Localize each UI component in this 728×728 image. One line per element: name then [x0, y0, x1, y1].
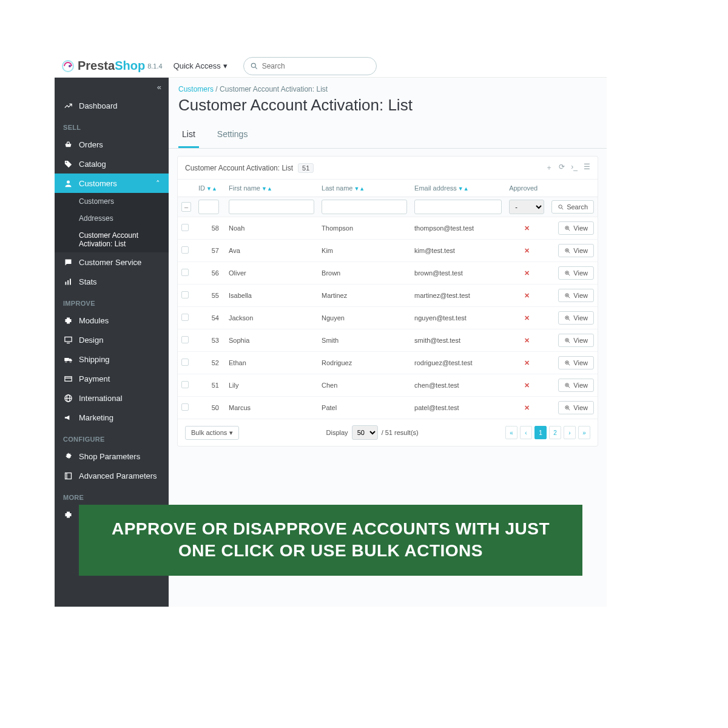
bars-icon: [63, 277, 73, 286]
prestashop-icon: [61, 59, 75, 73]
page-‹[interactable]: ‹: [520, 426, 532, 439]
add-icon[interactable]: ＋: [545, 163, 553, 173]
view-button[interactable]: View: [558, 221, 594, 235]
col-last[interactable]: Last name▼▲: [318, 180, 411, 197]
row-checkbox[interactable]: [181, 269, 189, 276]
row-checkbox[interactable]: [181, 224, 189, 231]
page-»[interactable]: »: [578, 426, 590, 439]
subnav-customers[interactable]: Customers: [55, 193, 169, 210]
breadcrumb-leaf: Customer Account Activation: List: [220, 85, 328, 93]
filter-first[interactable]: [229, 200, 314, 214]
nav-customers[interactable]: Customers ˄: [55, 174, 169, 193]
page-1[interactable]: 1: [534, 426, 547, 439]
section-more: MORE: [55, 485, 169, 505]
view-button[interactable]: View: [558, 401, 594, 414]
tab-settings[interactable]: Settings: [214, 122, 252, 148]
search-box[interactable]: [243, 57, 377, 75]
quick-access-label: Quick Access: [174, 61, 221, 70]
brand-name2: Shop: [115, 59, 145, 72]
table-row: 58NoahThompsonthompson@test.test✕ View: [178, 217, 598, 240]
select-all-checkbox[interactable]: –: [181, 202, 191, 212]
row-checkbox[interactable]: [181, 336, 189, 343]
nav-stats[interactable]: Stats: [55, 272, 169, 291]
breadcrumb-root[interactable]: Customers: [178, 85, 214, 93]
row-checkbox[interactable]: [181, 291, 189, 298]
row-checkbox[interactable]: [181, 381, 189, 388]
col-email[interactable]: Email address▼▲: [411, 180, 505, 197]
topbar: PrestaShop 8.1.4 Quick Access ▾: [55, 55, 607, 78]
search-input[interactable]: [262, 62, 370, 70]
not-approved-icon[interactable]: ✕: [524, 382, 530, 389]
filter-email[interactable]: [414, 200, 502, 214]
page-2[interactable]: 2: [549, 426, 561, 439]
nav-modules[interactable]: Modules: [55, 311, 169, 330]
cell-email: thompson@test.test: [411, 217, 505, 240]
tab-list[interactable]: List: [178, 122, 199, 148]
table-row: 52EthanRodriguezrodriguez@test.test✕ Vie…: [178, 352, 598, 374]
not-approved-icon[interactable]: ✕: [524, 359, 530, 366]
per-page-select[interactable]: 50: [352, 425, 378, 440]
nav-shipping[interactable]: Shipping: [55, 349, 169, 369]
sql-icon[interactable]: ›_: [571, 163, 578, 173]
not-approved-icon[interactable]: ✕: [524, 269, 530, 277]
not-approved-icon[interactable]: ✕: [524, 247, 530, 254]
not-approved-icon[interactable]: ✕: [524, 337, 530, 344]
nav-shop-parameters[interactable]: Shop Parameters: [55, 447, 169, 466]
tabs: List Settings: [169, 122, 607, 149]
nav-payment[interactable]: Payment: [55, 369, 169, 388]
page-«[interactable]: «: [505, 426, 517, 439]
panel: Customer Account Activation: List 51 ＋ ⟳…: [177, 156, 598, 447]
row-checkbox[interactable]: [181, 246, 189, 254]
view-button[interactable]: View: [558, 356, 594, 369]
chevron-up-icon: ˄: [156, 179, 160, 188]
refresh-icon[interactable]: ⟳: [559, 163, 565, 173]
nav-label: Design: [79, 335, 103, 345]
view-button[interactable]: View: [558, 334, 594, 347]
cell-last: Chen: [318, 374, 411, 397]
export-icon[interactable]: ☰: [584, 163, 590, 173]
nav-design[interactable]: Design: [55, 330, 169, 349]
nav-catalog[interactable]: Catalog: [55, 154, 169, 174]
section-improve: IMPROVE: [55, 291, 169, 311]
not-approved-icon[interactable]: ✕: [524, 292, 530, 299]
not-approved-icon[interactable]: ✕: [524, 404, 530, 411]
nav-marketing[interactable]: Marketing: [55, 408, 169, 427]
table-row: 51LilyChenchen@test.test✕ View: [178, 374, 598, 397]
quick-access-menu[interactable]: Quick Access ▾: [174, 61, 228, 70]
svg-point-5: [66, 161, 67, 163]
collapse-sidebar-icon[interactable]: «: [157, 83, 161, 92]
nav-international[interactable]: International: [55, 388, 169, 408]
view-button[interactable]: View: [558, 244, 594, 257]
col-id[interactable]: ID▼▲: [195, 180, 225, 197]
nav-dashboard[interactable]: Dashboard: [55, 96, 169, 115]
zoom-icon: [564, 382, 571, 389]
subnav-activation[interactable]: Customer Account Activation: List: [55, 227, 169, 252]
row-checkbox[interactable]: [181, 359, 189, 366]
view-button[interactable]: View: [558, 289, 594, 302]
view-button[interactable]: View: [558, 311, 594, 325]
section-sell: SELL: [55, 115, 169, 135]
search-button[interactable]: Search: [551, 200, 594, 214]
col-first[interactable]: First name▼▲: [225, 180, 318, 197]
nav-label: Stats: [79, 277, 97, 286]
not-approved-icon[interactable]: ✕: [524, 224, 530, 232]
filter-approved[interactable]: -: [509, 200, 544, 214]
view-button[interactable]: View: [558, 379, 594, 392]
filter-last[interactable]: [322, 200, 407, 214]
cell-first: Isabella: [225, 285, 318, 307]
nav-customer-service[interactable]: Customer Service: [55, 252, 169, 272]
bulk-actions-button[interactable]: Bulk actions ▾: [185, 426, 239, 440]
not-approved-icon[interactable]: ✕: [524, 314, 530, 322]
cell-email: brown@test.test: [411, 262, 505, 285]
row-checkbox[interactable]: [181, 314, 189, 321]
row-checkbox[interactable]: [181, 403, 189, 411]
filter-id[interactable]: [198, 200, 219, 214]
nav-advanced-parameters[interactable]: Advanced Parameters: [55, 466, 169, 485]
page-›[interactable]: ›: [564, 426, 576, 439]
nav-orders[interactable]: Orders: [55, 135, 169, 154]
basket-icon: [63, 140, 73, 149]
subnav-addresses[interactable]: Addresses: [55, 210, 169, 227]
view-button[interactable]: View: [558, 266, 594, 280]
cell-first: Noah: [225, 217, 318, 240]
sliders-icon: [63, 471, 73, 480]
